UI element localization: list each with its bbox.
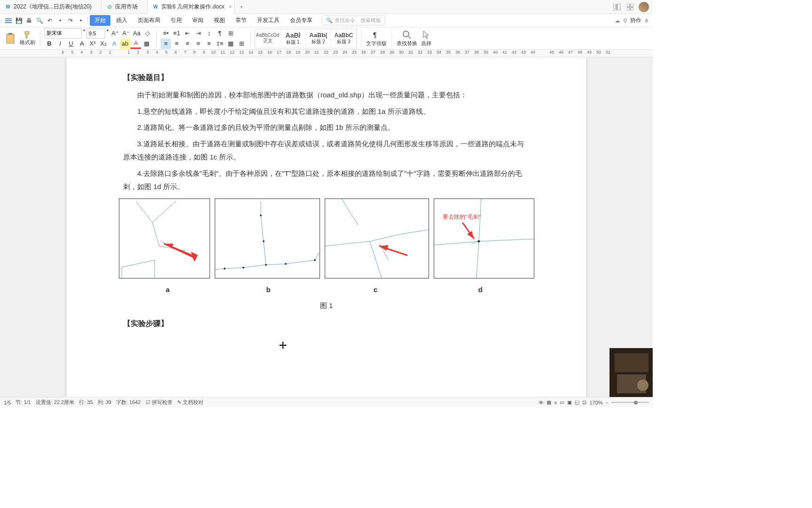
menubar: 💾 🖶 🔍 ↶ ▾ ↷ ▾ 开始 插入 页面布局 引用 审阅 视图 章节 开发工… [0,14,653,27]
line-spacing-icon[interactable]: ‡≡ [215,39,225,49]
zoom-fit-icon[interactable]: ⊡ [582,399,586,405]
menu-tab-review[interactable]: 审阅 [187,15,208,26]
zoom-level[interactable]: 170% [589,400,602,405]
number-list-icon[interactable]: ≡1 [172,28,182,39]
view-print-icon[interactable]: ▦ [547,399,551,405]
style-normal[interactable]: AaBbCcDd正文 [255,29,281,48]
document-tab-1[interactable]: W 2022《地理信...日历表(地信20) [0,0,102,14]
svg-point-24 [477,240,480,242]
show-marks-icon[interactable]: ¶ [215,28,225,39]
save-icon[interactable]: 💾 [14,16,23,25]
ruler-tick: 13 [237,50,246,55]
share-button-icon[interactable]: ⋔ [644,17,649,24]
zoom-slider[interactable] [611,402,649,403]
menu-tab-insert[interactable]: 插入 [111,15,132,26]
redo-down-icon[interactable]: ▾ [76,16,86,25]
distribute-icon[interactable]: ≡ [204,39,214,49]
status-position[interactable]: 设置值: 22.2厘米 [36,399,75,406]
status-row[interactable]: 行: 35 [79,399,93,406]
select-button[interactable]: 选择 [420,29,432,48]
layout-icon-2[interactable] [625,2,635,12]
collab-label[interactable]: 协作 [630,16,641,24]
style-heading2[interactable]: AaBb(标题 2 [306,29,331,48]
style-gallery[interactable]: AaBbCcDd正文 AaBl标题 1 AaBb(标题 2 AaBbC标题 3 [255,29,357,48]
user-avatar[interactable] [639,2,649,12]
cloud-sync-icon[interactable]: ☁ [615,17,620,24]
bullet-list-icon[interactable]: ≡• [161,28,171,39]
view-web-icon[interactable]: ▭ [560,399,564,405]
align-right-icon[interactable]: ≡ [182,39,193,49]
increase-indent-icon[interactable]: ⇥ [193,28,203,39]
document-tab-2[interactable]: ⚙ 应用市场 [102,0,148,14]
strikethrough-button[interactable]: A̶ [77,39,87,49]
word-icon: W [5,4,11,10]
status-col[interactable]: 列: 39 [98,399,111,406]
style-heading3[interactable]: AaBbC标题 3 [331,29,357,48]
decrease-indent-icon[interactable]: ⇤ [182,28,193,39]
menu-tab-start[interactable]: 开始 [90,15,110,26]
status-page[interactable]: 1/5 [4,400,11,405]
ruler-tick: 45 [547,50,556,55]
menu-tab-dev[interactable]: 开发工具 [252,15,284,26]
justify-icon[interactable]: ≡ [193,39,203,49]
menu-tab-view[interactable]: 视图 [209,15,230,26]
menu-icon[interactable] [4,16,13,25]
document-viewport[interactable]: 【实验题目】 由于初始测量和制图的原因，校本部地形图中的道路数据（road_ol… [0,57,653,397]
style-heading1[interactable]: AaBl标题 1 [281,29,306,48]
sort-icon[interactable]: ↕ [204,28,214,39]
tab-stops-icon[interactable]: ⊞ [226,28,236,39]
subscript-button[interactable]: X₂ [98,39,109,49]
superscript-button[interactable]: X² [87,39,98,49]
menu-tab-section[interactable]: 章节 [231,15,251,26]
underline-button[interactable]: U [66,39,76,49]
share-icon[interactable]: ⚲ [623,17,627,24]
paste-button[interactable] [4,32,17,45]
undo-icon[interactable]: ↶ [45,16,55,25]
change-case-icon[interactable]: Aa [132,28,142,39]
highlight-button[interactable]: ab [120,39,130,49]
view-read-icon[interactable]: ▣ [567,399,572,405]
bold-button[interactable]: B [44,39,55,49]
document-tab-3[interactable]: W 实验6 几何对象操作.docx × [148,0,234,14]
menu-tab-reference[interactable]: 引用 [166,15,187,26]
align-left-icon[interactable]: ≡ [161,39,171,49]
char-shading-button[interactable]: ▦ [141,39,152,49]
italic-button[interactable]: I [55,39,65,49]
status-proof[interactable]: ✎ 文档校对 [177,399,203,406]
status-words[interactable]: 字数: 1642 [116,399,141,406]
redo-icon[interactable]: ↷ [66,16,75,25]
size-select[interactable] [86,28,105,39]
command-search[interactable]: 🔍 查找命令、搜索模板 [322,16,385,25]
text-effect-button[interactable]: A [109,39,119,49]
format-painter-button[interactable]: 格式刷 [19,30,36,47]
font-color-button[interactable]: A [131,39,141,49]
align-center-icon[interactable]: ≡ [172,39,182,49]
decrease-font-icon[interactable]: A⁻ [121,28,131,39]
undo-down-icon[interactable]: ▾ [55,16,65,25]
text-layout-button[interactable]: ¶ 文字排版 [365,29,388,48]
zoom-out-button[interactable]: − [606,400,609,405]
find-replace-button[interactable]: 查找替换 [396,29,418,48]
svg-point-18 [265,264,267,266]
increase-font-icon[interactable]: A⁺ [110,28,120,39]
border-icon[interactable]: ⊞ [236,39,247,49]
layout-icon-1[interactable]: 3 [612,2,622,12]
view-outline-icon[interactable]: ≡ [554,400,557,405]
status-section[interactable]: 节: 1/1 [16,399,31,406]
video-thumbnail[interactable] [609,348,653,397]
zoom-thumb[interactable] [634,401,638,405]
add-tab-button[interactable]: + [234,0,249,14]
menu-tab-member[interactable]: 会员专享 [285,15,317,26]
horizontal-ruler[interactable]: 6543211234567891011121314151617181920212… [0,50,653,57]
print-icon[interactable]: 🖶 [24,16,34,25]
close-tab-icon[interactable]: × [229,4,232,9]
menu-tab-layout[interactable]: 页面布局 [133,15,165,26]
view-focus-icon[interactable]: ◱ [575,399,579,405]
status-spell[interactable]: ☑ 拼写检查 [146,399,172,406]
shading-icon[interactable]: ▦ [226,39,236,49]
font-select[interactable] [44,28,82,39]
preview-icon[interactable]: 🔍 [35,16,44,25]
clear-format-icon[interactable]: ◇ [142,28,153,39]
figure-a-svg [119,199,211,279]
eye-icon[interactable]: 👁 [539,400,544,405]
